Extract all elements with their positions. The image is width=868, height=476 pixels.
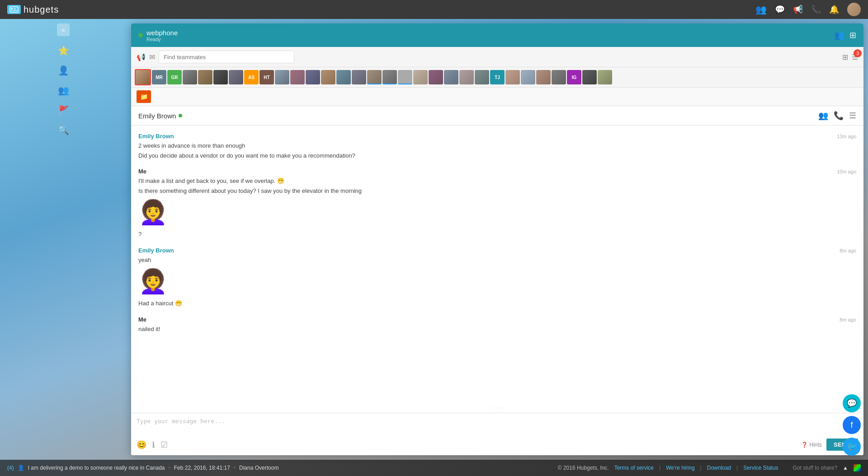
flag-icon[interactable]: 🚩 [58, 105, 69, 116]
avatar-20[interactable] [521, 70, 535, 84]
avatar-17[interactable] [459, 70, 474, 84]
fab-twitter-icon[interactable]: 🐦 [843, 438, 861, 456]
input-toolbar: 😊 ℹ ☑ ❓ Hints SEND [137, 439, 858, 451]
sidebar-toggle[interactable]: » [57, 23, 70, 36]
fab-chat-icon[interactable]: 💬 [843, 394, 861, 412]
avatar-18[interactable] [475, 70, 489, 84]
avatar-2[interactable] [198, 70, 212, 84]
terms-link[interactable]: Terms of service [614, 465, 654, 471]
share-prompt: Got stuff to share? [793, 465, 838, 471]
status-link[interactable]: Service Status [743, 465, 778, 471]
avatar-5[interactable] [275, 70, 289, 84]
more-options-icon[interactable]: ☰ [849, 111, 856, 121]
avatar-ig[interactable]: IG [567, 70, 581, 84]
message-text-2b: Is there something different about you t… [138, 187, 856, 196]
find-teammates-input[interactable] [159, 51, 294, 63]
avatar-14[interactable] [413, 70, 428, 84]
add-user-icon[interactable]: 👥 [834, 30, 844, 40]
message-group-1: Emily Brown 13m ago 2 weeks in advance i… [138, 133, 856, 161]
phone-icon[interactable]: 📞 [811, 5, 821, 14]
emoji-icon[interactable]: 😊 [137, 440, 146, 450]
person-icon[interactable]: 👤 [58, 65, 69, 76]
sidebar: » ⭐ 👤 👥 🚩 🔍 [0, 19, 127, 460]
phone-call-icon[interactable]: 📞 [834, 111, 844, 121]
fab-facebook-icon[interactable]: f [843, 416, 861, 434]
bar-icons: 📢 ✉ [137, 53, 155, 61]
star-icon[interactable]: ⭐ [58, 45, 69, 56]
avatar-6[interactable] [290, 70, 305, 84]
avatar-3[interactable] [213, 70, 228, 84]
message-sender-4: Me [138, 316, 146, 323]
avatar-13[interactable] [398, 70, 412, 84]
conversation-actions: 👥 📞 ☰ [818, 111, 856, 121]
avatar-9[interactable] [336, 70, 351, 84]
hints-label: Hints [810, 442, 822, 448]
message-input[interactable] [137, 418, 858, 434]
conversation-name: Emily Brown [138, 112, 182, 120]
message-group-2: Me 10m ago I'll make a list and get back… [138, 168, 856, 240]
avatar-active[interactable] [135, 69, 151, 85]
avatar-as[interactable]: AS [244, 70, 259, 84]
announce-icon[interactable]: 📢 [793, 5, 803, 14]
copyright-text: © 2016 Hubgets, Inc. [558, 465, 609, 471]
megaphone-icon[interactable]: 📢 [137, 53, 146, 61]
avatar-tj[interactable]: TJ [490, 70, 505, 84]
message-text-3b: Had a haircut 😁 [138, 299, 856, 308]
info-icon[interactable]: ℹ [152, 440, 155, 450]
separator1: | [659, 465, 660, 471]
share-up-icon[interactable]: ▲ [843, 465, 848, 471]
message-text-3a: yeah [138, 256, 856, 265]
grid-icon[interactable]: ⊞ [849, 30, 856, 40]
avatar-15[interactable] [429, 70, 443, 84]
message-sender-1: Emily Brown [138, 133, 174, 140]
avatar-ht[interactable]: HT [259, 70, 274, 84]
message-time-2: 10m ago [837, 169, 856, 174]
hiring-link[interactable]: We're hiring [666, 465, 694, 471]
message-text-2c: ? [138, 230, 856, 239]
avatar-10[interactable] [352, 70, 366, 84]
avatar-11[interactable] [367, 70, 382, 84]
messages-area: Emily Brown 13m ago 2 weeks in advance i… [131, 126, 863, 403]
group-add-icon[interactable]: 👥 [818, 111, 828, 121]
message-sender-row-3: Emily Brown 8m ago [138, 247, 856, 254]
avatar-1[interactable] [183, 70, 197, 84]
message-text-1a: 2 weeks in advance is more than enough [138, 141, 856, 150]
notification-person-icon: 👤 [18, 465, 24, 471]
team-icon[interactable]: 👥 [755, 4, 767, 15]
avatar-4[interactable] [229, 70, 243, 84]
avatar-gr[interactable]: GR [167, 70, 182, 84]
grid-view-icon[interactable]: ⊞ [842, 53, 848, 61]
avatar-21[interactable] [536, 70, 551, 84]
online-status-dot [179, 114, 182, 117]
avatar-mr[interactable]: MR [152, 70, 166, 84]
separator3: | [736, 465, 738, 471]
hints-button[interactable]: ❓ Hints [801, 442, 822, 448]
notification-count: (4) [7, 465, 14, 471]
avatar-22[interactable] [552, 70, 566, 84]
avatar-16[interactable] [444, 70, 458, 84]
avatar-12[interactable] [382, 70, 397, 84]
bell-icon[interactable]: 🔔 [829, 5, 839, 14]
bottombar: (4) 👤 I am delivering a demo to someone … [0, 460, 868, 476]
chat-icon[interactable]: 💬 [775, 5, 785, 14]
avatar-7[interactable] [306, 70, 320, 84]
fab-buttons: 💬 f 🐦 [843, 394, 861, 456]
webphone-header: webphone Ready 👥 ⊞ [131, 23, 863, 47]
folder-row: 📁 [131, 88, 863, 106]
logo-icon [7, 5, 21, 14]
search-icon[interactable]: 🔍 [58, 125, 69, 135]
topbar: hubgets 👥 💬 📢 📞 🔔 [0, 0, 868, 19]
user-avatar[interactable] [847, 3, 861, 16]
group-icon[interactable]: 👥 [58, 85, 69, 96]
message-sender-row-1: Emily Brown 13m ago [138, 133, 856, 140]
avatar-19[interactable] [505, 70, 520, 84]
send-icon[interactable]: ✉ [149, 53, 155, 61]
avatar-8[interactable] [321, 70, 335, 84]
avatar-23[interactable] [582, 70, 597, 84]
download-link[interactable]: Download [707, 465, 731, 471]
avatar-24[interactable] [598, 70, 612, 84]
scroll-divider: · · · · · [131, 403, 863, 413]
message-group-3: Emily Brown 8m ago yeah 👩‍🦱 Had a haircu… [138, 247, 856, 309]
folder-icon[interactable]: 📁 [137, 90, 151, 103]
checklist-icon[interactable]: ☑ [160, 440, 168, 450]
